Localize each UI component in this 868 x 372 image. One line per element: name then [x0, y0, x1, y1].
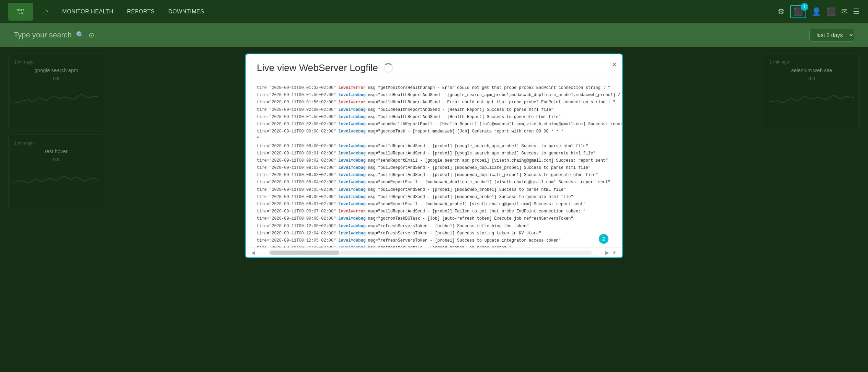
log-line: time="2020-09-11T00:01:56+02:00" level=d… — [257, 114, 611, 120]
search-placeholder-text: Type your search — [14, 31, 72, 39]
bottom-badge: 2 — [599, 234, 608, 244]
log-line: time="2020-09-11T00:01:56+02:00" level=d… — [257, 92, 611, 98]
log-line: time="2020-09-11T00:12:04+02:00" level=d… — [257, 230, 611, 237]
nav-monitor-health[interactable]: MONITOR HEALTH — [62, 9, 113, 15]
time-range-dropdown[interactable]: last 2 days — [809, 29, 854, 42]
log-line: time="2020-09-11T00:09:03+02:00" level=d… — [257, 172, 611, 178]
log-line: time="2020-09-11T00:09:07+02:00" level=d… — [257, 201, 611, 208]
log-line: time="2020-09-11T00:09:05+02:00" level=d… — [257, 187, 611, 193]
modal-overlay: Live view WebServer Logfile × time="2020… — [0, 47, 868, 372]
log-line: time="2020-09-11T00:01:56+02:00" level=e… — [257, 99, 611, 106]
search-right: last 2 days — [809, 29, 854, 42]
log-line: time="2020-09-11T00:20:43+02:00" level=d… — [257, 245, 611, 247]
log-line: time="2020-09-11T00:01:32+02:00" level=e… — [257, 85, 611, 91]
modal-title: Live view WebServer Logfile — [257, 62, 378, 73]
scroll-left-arrow[interactable]: ◀ — [251, 250, 255, 255]
nav-right: ⚙ ⬛ 1 👤 ⬛ ✉ ☰ — [778, 5, 860, 18]
log-line: time="2020-09-11T00:09:08+02:00" level=d… — [257, 216, 611, 222]
logo: mugn soft — [8, 3, 33, 21]
log-line: time="2020-09-11T00:09:00+02:00" level=d… — [257, 143, 611, 150]
horizontal-scrollbar-thumb[interactable] — [270, 251, 339, 255]
modal-body: time="2020-09-11T00:01:32+02:00" level=e… — [246, 79, 622, 247]
settings-icon[interactable]: ⚙ — [778, 7, 785, 16]
notification-badge: 1 — [801, 3, 808, 11]
menu-icon[interactable]: ☰ — [853, 7, 860, 16]
log-line: time="2020-09-11T00:12:05+02:00" level=d… — [257, 237, 611, 244]
log-line: time="2020-09-11T00:02:00+02:00" level=d… — [257, 121, 611, 128]
nav-downtimes[interactable]: DOWNTIMES — [169, 9, 204, 15]
log-line: time="2020-09-11T00:09:02+02:00" level=d… — [257, 158, 611, 164]
modal-close-button[interactable]: × — [612, 60, 617, 69]
log-line: time="2020-09-11T00:09:03+02:00" level=d… — [257, 165, 611, 171]
log-line: time="2020-09-11T00:12:00+02:00" level=d… — [257, 223, 611, 230]
log-modal: Live view WebServer Logfile × time="2020… — [245, 54, 623, 258]
nav-reports[interactable]: REPORTS — [127, 9, 155, 15]
clear-search-icon[interactable]: ⊙ — [89, 31, 94, 39]
navbar: mugn soft ⌂ MONITOR HEALTH REPORTS DOWNT… — [0, 0, 868, 23]
share-icon[interactable]: ⬛ — [826, 7, 836, 16]
home-icon[interactable]: ⌂ — [44, 7, 48, 16]
main-content: 1 min ago google search apm 0:8 1 min ag… — [0, 47, 868, 372]
log-line: time="2020-09-11T00:09:01+02:00" level=d… — [257, 150, 611, 157]
log-line: time="2020-09-11T00:09:00+02:00" level=d… — [257, 128, 611, 135]
nav-links: MONITOR HEALTH REPORTS DOWNTIMES — [62, 9, 204, 15]
log-line: time="2020-09-11T00:09:07+02:00" level=e… — [257, 208, 611, 215]
scroll-down-arrow[interactable]: ▼ — [612, 250, 617, 255]
modal-header: Live view WebServer Logfile × — [246, 54, 622, 79]
log-line: time="2020-09-11T00:09:06+02:00" level=d… — [257, 194, 611, 200]
log-content[interactable]: time="2020-09-11T00:01:32+02:00" level=e… — [246, 79, 622, 247]
loading-spinner — [384, 63, 393, 73]
message-icon[interactable]: ✉ — [841, 7, 847, 16]
log-line: time="2020-09-11T00:02:00+02:00" level=d… — [257, 107, 611, 113]
search-area: Type your search 🔍 ⊙ last 2 days — [0, 23, 868, 47]
search-wrapper: Type your search 🔍 ⊙ — [14, 31, 804, 39]
search-icon[interactable]: 🔍 — [76, 31, 84, 39]
log-line: time="2020-09-11T00:09:04+02:00" level=d… — [257, 179, 611, 186]
monitor-icon[interactable]: ⬛ 1 — [790, 5, 806, 18]
user-icon[interactable]: 👤 — [812, 7, 821, 16]
horizontal-scrollbar-track[interactable] — [269, 251, 592, 255]
scroll-right-arrow[interactable]: ▶ — [605, 250, 609, 255]
